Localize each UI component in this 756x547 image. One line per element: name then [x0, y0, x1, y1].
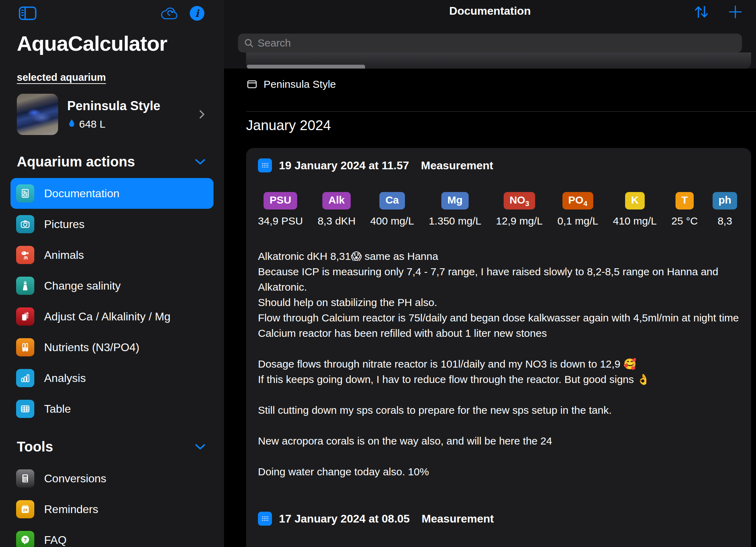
add-entry-button[interactable] [727, 3, 744, 21]
droplet-icon [67, 119, 76, 130]
sidebar-item-faq[interactable]: ? FAQ [10, 525, 214, 547]
test-tubes-icon [20, 342, 31, 353]
section-title: Tools [17, 439, 53, 455]
sidebar-item-adjust-ca-alk-mg[interactable]: Adjust Ca / Alkalinity / Mg [10, 301, 214, 332]
calendar-icon [258, 512, 272, 526]
sidebar-item-analysis[interactable]: Analysis [10, 363, 214, 393]
entry-19-jan[interactable]: 19 January 2024 at 11.57 Measurement [258, 158, 739, 172]
window-icon [246, 78, 258, 90]
sidebar-item-label: Analysis [44, 372, 86, 385]
sidebar-item-nutrients[interactable]: Nutrients (N3/PO4) [10, 332, 214, 363]
aquarium-volume: 648 L [79, 118, 105, 130]
camera-icon [20, 219, 31, 230]
section-title: Aquarium actions [17, 154, 135, 170]
measurement-alk: Alk 8,3 dKH [317, 192, 355, 227]
app-title: AquaCalculator [17, 31, 206, 56]
document-icon [20, 188, 31, 199]
entry-date: 19 January 2024 at 11.57 [279, 159, 409, 172]
divider [246, 111, 756, 112]
table-icon [20, 403, 31, 414]
canisters-icon [20, 311, 31, 322]
fish-coral-icon [20, 249, 31, 261]
search-bar[interactable] [238, 34, 742, 52]
info-icon[interactable]: i [190, 6, 204, 21]
calendar-24-icon: 24 [20, 504, 31, 515]
entry-note: Alkatronic dKH 8,31😱 same as Hanna Becau… [258, 249, 739, 479]
chevron-right-icon [197, 108, 206, 120]
aquarium-thumbnail [17, 94, 58, 135]
selected-aquarium-label: selected aquarium [17, 72, 206, 83]
scrolled-cell-fragment [246, 52, 751, 69]
search-icon [244, 38, 254, 48]
sidebar-item-label: Animals [44, 249, 84, 262]
entry-17-jan[interactable]: 17 January 2024 at 08.05 Measurement [258, 512, 739, 526]
main-content: Documentation [224, 0, 756, 547]
aquarium-filter-chip: Peninsula Style [246, 78, 336, 90]
sidebar-item-label: Change salinity [44, 279, 121, 292]
aquarium-chip-label: Peninsula Style [264, 78, 336, 90]
section-tools[interactable]: Tools [17, 439, 206, 455]
measurements-row: PSU 34,9 PSU Alk 8,3 dKH Ca 400 mg/L Mg … [258, 192, 739, 227]
aquarium-name: Peninsula Style [67, 99, 197, 113]
sidebar-item-label: Pictures [44, 218, 85, 231]
sidebar-item-reminders[interactable]: 24 Reminders [10, 494, 214, 525]
chevron-down-icon [194, 443, 206, 451]
sidebar-item-change-salinity[interactable]: Change salinity [10, 270, 214, 301]
search-input[interactable] [258, 37, 736, 49]
sidebar-item-label: Table [44, 403, 71, 415]
sidebar-item-conversions[interactable]: Conversions [10, 463, 214, 494]
sidebar-item-pictures[interactable]: Pictures [10, 209, 214, 240]
measurement-ca: Ca 400 mg/L [370, 192, 414, 227]
sidebar-item-label: Documentation [44, 187, 119, 200]
entry-date: 17 January 2024 at 08.05 [279, 512, 410, 525]
sidebar-item-table[interactable]: Table [10, 393, 214, 424]
section-aquarium-actions[interactable]: Aquarium actions [17, 154, 206, 170]
entries-card: 19 January 2024 at 11.57 Measurement PSU… [246, 148, 751, 547]
sidebar: i AquaCalculator selected aquarium Penin… [0, 0, 224, 547]
sidebar-item-label: Nutrients (N3/PO4) [44, 341, 139, 354]
selected-aquarium-row[interactable]: Peninsula Style 648 L [17, 94, 206, 135]
measurement-mg: Mg 1.350 mg/L [429, 192, 481, 227]
sidebar-item-label: Conversions [44, 472, 106, 485]
sidebar-item-animals[interactable]: Animals [10, 240, 214, 270]
cloud-sync-icon[interactable] [159, 5, 181, 21]
svg-text:24: 24 [23, 508, 28, 512]
measurement-k: K 410 mg/L [613, 192, 657, 227]
bar-chart-icon [20, 372, 31, 384]
sidebar-toggle-icon[interactable] [19, 6, 37, 21]
measurement-t: T 25 °C [671, 192, 698, 227]
entry-kind: Measurement [421, 159, 493, 172]
measurement-po4: PO4 0,1 mg/L [557, 192, 598, 227]
page-title: Documentation [224, 5, 756, 17]
sidebar-item-label: Reminders [44, 503, 98, 516]
month-header: January 2024 [246, 118, 331, 133]
sidebar-item-label: Adjust Ca / Alkalinity / Mg [44, 310, 170, 323]
question-icon: ? [20, 534, 31, 546]
measurement-ph: ph 8,3 [713, 192, 737, 227]
calculator-icon [20, 473, 31, 484]
sidebar-item-documentation[interactable]: Documentation [10, 178, 214, 209]
nav-bar: Documentation [224, 0, 756, 69]
chevron-down-icon [194, 158, 206, 166]
svg-text:?: ? [23, 537, 27, 542]
sort-icon[interactable] [692, 3, 710, 21]
salt-shaker-icon [20, 280, 31, 291]
calendar-icon [258, 158, 272, 172]
entry-kind: Measurement [422, 512, 494, 525]
measurement-no3: NO3 12,9 mg/L [496, 192, 542, 227]
scrolled-cell-highlight [247, 65, 365, 69]
sidebar-item-label: FAQ [44, 534, 66, 547]
measurement-psu: PSU 34,9 PSU [258, 192, 303, 227]
